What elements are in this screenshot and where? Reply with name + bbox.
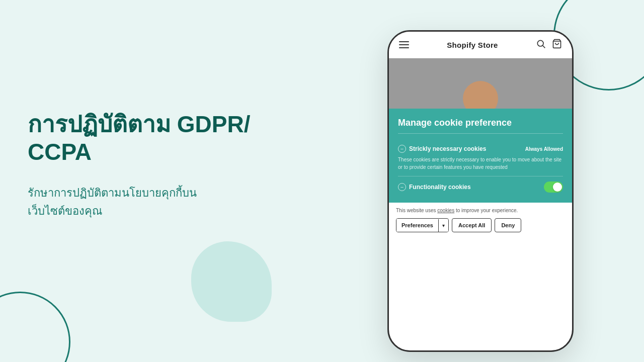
accept-all-button[interactable]: Accept All	[452, 218, 492, 232]
phone-frame: Shopify Store	[387, 30, 574, 352]
cart-icon[interactable]	[552, 39, 562, 51]
bg-blob-left	[191, 241, 272, 322]
minus-icon-necessary[interactable]	[398, 145, 406, 153]
hamburger-icon[interactable]	[399, 41, 409, 48]
cookies-link[interactable]: cookies	[437, 208, 454, 213]
preferences-button-group[interactable]: Preferences ▾	[396, 218, 449, 232]
deny-button[interactable]: Deny	[495, 218, 521, 232]
store-name: Shopify Store	[447, 41, 498, 49]
cookie-section-necessary: Strickly necessary cookies Always Allowe…	[398, 140, 563, 176]
phone-topbar: Shopify Store	[389, 32, 572, 58]
cookie-panel-title: Manage cookie preference	[398, 118, 563, 134]
cookie-notice: This website uses cookies to improve you…	[396, 208, 565, 213]
sub-text-line1: รักษาการปฏิบัติตามนโยบายคุกกี้บน	[28, 187, 197, 199]
cookie-name-functionality: Functionality cookies	[409, 184, 471, 191]
sub-text-line2: เว็บไซต์ของคุณ	[28, 205, 102, 217]
preferences-button[interactable]: Preferences	[396, 219, 438, 232]
cookie-section-header-necessary: Strickly necessary cookies Always Allowe…	[398, 145, 563, 153]
preferences-arrow-button[interactable]: ▾	[438, 219, 448, 232]
phone-hero-image	[389, 58, 572, 109]
sub-title: รักษาการปฏิบัติตามนโยบายคุกกี้บน เว็บไซต…	[28, 184, 250, 219]
left-content: การปฏิบัติตาม GDPR/ CCPA รักษาการปฏิบัติ…	[28, 111, 250, 220]
cookie-section-functionality: Functionality cookies	[398, 176, 563, 196]
cookie-section-left-functionality: Functionality cookies	[398, 183, 471, 191]
main-title-line2: CCPA	[28, 139, 92, 165]
cookie-bottom-bar: This website uses cookies to improve you…	[389, 203, 572, 237]
search-icon[interactable]	[536, 39, 546, 51]
cookie-desc-necessary: These cookies are strictly necessary to …	[398, 156, 563, 171]
main-title: การปฏิบัติตาม GDPR/ CCPA	[28, 111, 250, 166]
cookie-name-necessary: Strickly necessary cookies	[409, 145, 486, 152]
phone-icons	[536, 39, 562, 51]
cookie-panel: Manage cookie preference Strickly necess…	[389, 109, 572, 203]
main-title-line1: การปฏิบัติตาม GDPR/	[28, 111, 250, 137]
minus-icon-functionality[interactable]	[398, 183, 406, 191]
functionality-toggle[interactable]	[544, 182, 563, 193]
svg-point-0	[537, 40, 543, 46]
svg-line-1	[543, 46, 545, 48]
phone-mockup: Shopify Store	[387, 30, 574, 352]
bg-circle-bottom-left	[0, 292, 70, 362]
cookie-buttons: Preferences ▾ Accept All Deny	[396, 218, 565, 232]
always-allowed-label: Always Allowed	[525, 146, 563, 152]
cookie-section-left-necessary: Strickly necessary cookies	[398, 145, 486, 153]
